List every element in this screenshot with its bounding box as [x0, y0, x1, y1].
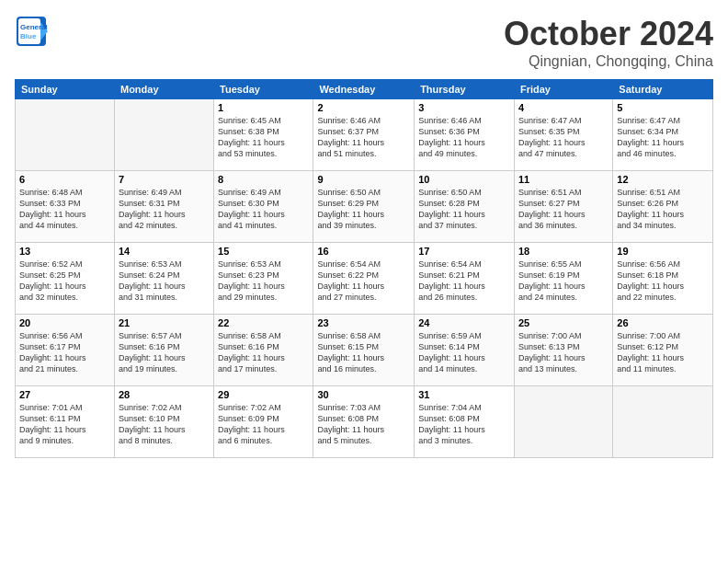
day-number: 11: [518, 174, 609, 185]
day-info: Sunrise: 7:03 AMSunset: 6:08 PMDaylight:…: [317, 402, 410, 447]
day-number: 18: [518, 246, 609, 257]
calendar-week-2: 6Sunrise: 6:48 AMSunset: 6:33 PMDaylight…: [16, 171, 713, 243]
svg-text:Blue: Blue: [20, 32, 37, 40]
day-number: 14: [119, 246, 210, 257]
day-info: Sunrise: 6:50 AMSunset: 6:28 PMDaylight:…: [418, 187, 510, 232]
calendar-cell: 4Sunrise: 6:47 AMSunset: 6:35 PMDaylight…: [514, 99, 612, 171]
calendar-cell: 29Sunrise: 7:02 AMSunset: 6:09 PMDayligh…: [214, 386, 313, 458]
calendar-cell: 16Sunrise: 6:54 AMSunset: 6:22 PMDayligh…: [313, 243, 415, 315]
day-info: Sunrise: 6:49 AMSunset: 6:31 PMDaylight:…: [119, 187, 210, 232]
day-number: 9: [317, 174, 410, 185]
calendar-cell: 24Sunrise: 6:59 AMSunset: 6:14 PMDayligh…: [415, 315, 515, 386]
calendar-table: SundayMondayTuesdayWednesdayThursdayFrid…: [15, 79, 713, 458]
weekday-header-wednesday: Wednesday: [313, 80, 415, 99]
day-info: Sunrise: 7:00 AMSunset: 6:13 PMDaylight:…: [518, 330, 609, 375]
day-number: 25: [518, 317, 609, 328]
calendar-cell: 10Sunrise: 6:50 AMSunset: 6:28 PMDayligh…: [415, 171, 515, 243]
svg-text:General: General: [20, 23, 48, 31]
day-number: 31: [418, 389, 510, 400]
calendar-cell: 1Sunrise: 6:45 AMSunset: 6:38 PMDaylight…: [214, 99, 313, 171]
calendar-cell: 27Sunrise: 7:01 AMSunset: 6:11 PMDayligh…: [16, 386, 115, 458]
day-info: Sunrise: 6:51 AMSunset: 6:26 PMDaylight:…: [617, 187, 709, 232]
day-number: 17: [418, 246, 510, 257]
day-info: Sunrise: 6:59 AMSunset: 6:14 PMDaylight:…: [418, 330, 510, 375]
calendar-cell: 20Sunrise: 6:56 AMSunset: 6:17 PMDayligh…: [16, 315, 115, 386]
calendar-cell: [114, 99, 213, 171]
day-number: 12: [617, 174, 709, 185]
calendar-cell: 25Sunrise: 7:00 AMSunset: 6:13 PMDayligh…: [514, 315, 612, 386]
weekday-header-monday: Monday: [114, 80, 213, 99]
day-info: Sunrise: 7:04 AMSunset: 6:08 PMDaylight:…: [418, 402, 510, 447]
day-number: 4: [518, 102, 609, 113]
day-number: 21: [119, 317, 210, 328]
day-number: 28: [119, 389, 210, 400]
day-number: 7: [119, 174, 210, 185]
weekday-header-saturday: Saturday: [613, 80, 713, 99]
month-title: October 2024: [504, 15, 713, 53]
day-info: Sunrise: 6:50 AMSunset: 6:29 PMDaylight:…: [317, 187, 410, 232]
calendar-cell: [514, 386, 612, 458]
calendar-week-1: 1Sunrise: 6:45 AMSunset: 6:38 PMDaylight…: [16, 99, 713, 171]
calendar-week-4: 20Sunrise: 6:56 AMSunset: 6:17 PMDayligh…: [16, 315, 713, 386]
calendar-cell: 11Sunrise: 6:51 AMSunset: 6:27 PMDayligh…: [514, 171, 612, 243]
day-info: Sunrise: 7:00 AMSunset: 6:12 PMDaylight:…: [617, 330, 709, 375]
calendar-cell: 21Sunrise: 6:57 AMSunset: 6:16 PMDayligh…: [114, 315, 213, 386]
day-info: Sunrise: 6:58 AMSunset: 6:16 PMDaylight:…: [218, 330, 309, 375]
calendar-cell: 18Sunrise: 6:55 AMSunset: 6:19 PMDayligh…: [514, 243, 612, 315]
day-number: 6: [19, 174, 110, 185]
calendar-cell: 5Sunrise: 6:47 AMSunset: 6:34 PMDaylight…: [613, 99, 713, 171]
calendar-week-5: 27Sunrise: 7:01 AMSunset: 6:11 PMDayligh…: [16, 386, 713, 458]
page: General Blue October 2024 Qingnian, Chon…: [0, 0, 728, 563]
day-number: 2: [317, 102, 410, 113]
weekday-header-row: SundayMondayTuesdayWednesdayThursdayFrid…: [16, 80, 713, 99]
title-block: October 2024 Qingnian, Chongqing, China: [504, 15, 713, 70]
day-info: Sunrise: 6:48 AMSunset: 6:33 PMDaylight:…: [19, 187, 110, 232]
day-number: 3: [418, 102, 510, 113]
day-number: 19: [617, 246, 709, 257]
calendar-week-3: 13Sunrise: 6:52 AMSunset: 6:25 PMDayligh…: [16, 243, 713, 315]
calendar-cell: 9Sunrise: 6:50 AMSunset: 6:29 PMDaylight…: [313, 171, 415, 243]
calendar-cell: 31Sunrise: 7:04 AMSunset: 6:08 PMDayligh…: [415, 386, 515, 458]
logo-icon: General Blue: [15, 15, 48, 48]
weekday-header-sunday: Sunday: [16, 80, 115, 99]
day-info: Sunrise: 7:02 AMSunset: 6:09 PMDaylight:…: [218, 402, 309, 447]
calendar-cell: [613, 386, 713, 458]
day-info: Sunrise: 6:56 AMSunset: 6:18 PMDaylight:…: [617, 259, 709, 304]
calendar-cell: 3Sunrise: 6:46 AMSunset: 6:36 PMDaylight…: [415, 99, 515, 171]
day-number: 24: [418, 317, 510, 328]
calendar-cell: 26Sunrise: 7:00 AMSunset: 6:12 PMDayligh…: [613, 315, 713, 386]
calendar-cell: 2Sunrise: 6:46 AMSunset: 6:37 PMDaylight…: [313, 99, 415, 171]
weekday-header-thursday: Thursday: [415, 80, 515, 99]
calendar-cell: 19Sunrise: 6:56 AMSunset: 6:18 PMDayligh…: [613, 243, 713, 315]
day-info: Sunrise: 6:56 AMSunset: 6:17 PMDaylight:…: [19, 330, 110, 375]
day-info: Sunrise: 6:52 AMSunset: 6:25 PMDaylight:…: [19, 259, 110, 304]
subtitle: Qingnian, Chongqing, China: [504, 53, 713, 70]
day-info: Sunrise: 6:53 AMSunset: 6:24 PMDaylight:…: [119, 259, 210, 304]
day-number: 23: [317, 317, 410, 328]
day-number: 20: [19, 317, 110, 328]
day-number: 22: [218, 317, 309, 328]
day-number: 16: [317, 246, 410, 257]
calendar-cell: 7Sunrise: 6:49 AMSunset: 6:31 PMDaylight…: [114, 171, 213, 243]
calendar-cell: 14Sunrise: 6:53 AMSunset: 6:24 PMDayligh…: [114, 243, 213, 315]
day-info: Sunrise: 6:49 AMSunset: 6:30 PMDaylight:…: [218, 187, 309, 232]
calendar-cell: [16, 99, 115, 171]
day-number: 27: [19, 389, 110, 400]
header: General Blue October 2024 Qingnian, Chon…: [15, 15, 713, 70]
calendar-cell: 13Sunrise: 6:52 AMSunset: 6:25 PMDayligh…: [16, 243, 115, 315]
day-info: Sunrise: 6:47 AMSunset: 6:35 PMDaylight:…: [518, 115, 609, 160]
day-info: Sunrise: 6:57 AMSunset: 6:16 PMDaylight:…: [119, 330, 210, 375]
day-number: 30: [317, 389, 410, 400]
day-info: Sunrise: 6:51 AMSunset: 6:27 PMDaylight:…: [518, 187, 609, 232]
day-info: Sunrise: 6:54 AMSunset: 6:22 PMDaylight:…: [317, 259, 410, 304]
day-number: 5: [617, 102, 709, 113]
calendar-cell: 30Sunrise: 7:03 AMSunset: 6:08 PMDayligh…: [313, 386, 415, 458]
day-info: Sunrise: 6:47 AMSunset: 6:34 PMDaylight:…: [617, 115, 709, 160]
day-number: 8: [218, 174, 309, 185]
calendar-cell: 22Sunrise: 6:58 AMSunset: 6:16 PMDayligh…: [214, 315, 313, 386]
calendar-cell: 15Sunrise: 6:53 AMSunset: 6:23 PMDayligh…: [214, 243, 313, 315]
day-info: Sunrise: 6:45 AMSunset: 6:38 PMDaylight:…: [218, 115, 309, 160]
calendar-cell: 17Sunrise: 6:54 AMSunset: 6:21 PMDayligh…: [415, 243, 515, 315]
logo: General Blue: [15, 15, 48, 48]
calendar-cell: 6Sunrise: 6:48 AMSunset: 6:33 PMDaylight…: [16, 171, 115, 243]
